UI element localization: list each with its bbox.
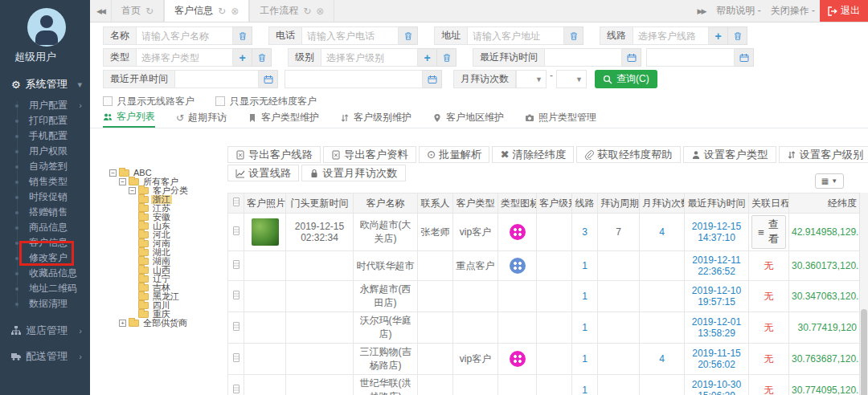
logout-button[interactable]: 退出 xyxy=(820,0,868,22)
calendar-icon[interactable] xyxy=(259,70,278,88)
sidebar-item-time-promo[interactable]: 时段促销 xyxy=(0,189,90,205)
col-type-icon[interactable]: 类型图标 xyxy=(498,193,537,214)
clear-name-trash-icon[interactable] xyxy=(233,26,252,45)
export-customers-button[interactable]: 导出客户资料 xyxy=(323,146,416,163)
close-operations-link[interactable]: 关闭操作 - xyxy=(766,0,820,22)
type-input[interactable] xyxy=(137,48,233,67)
view-schedule-button[interactable]: ≡查看 xyxy=(751,215,786,249)
last-visit-from-input[interactable] xyxy=(545,48,622,67)
row-detail-icon[interactable] xyxy=(233,226,240,235)
sidebar-item-edit-customer[interactable]: 修改客户 xyxy=(0,250,90,266)
sidebar-item-auto-checkin[interactable]: 自动签到 xyxy=(0,159,90,174)
export-routes-button[interactable]: 导出客户线路 xyxy=(227,146,321,163)
sidebar-section-patrol[interactable]: 巡店管理 › xyxy=(0,318,90,344)
monthly-visits-min-select[interactable]: ▼ xyxy=(516,70,547,88)
refresh-icon[interactable]: ↻ xyxy=(303,6,311,17)
clear-level-trash-icon[interactable] xyxy=(437,48,457,67)
last-visit-link[interactable]: 2019-10-30 15:06:29 xyxy=(692,379,741,395)
query-button[interactable]: 查询(C) xyxy=(595,70,657,88)
column-chooser-button[interactable]: ▦▼ xyxy=(815,173,844,189)
last-order-to-input[interactable] xyxy=(285,70,423,88)
clear-phone-trash-icon[interactable] xyxy=(399,26,418,45)
clear-type-trash-icon[interactable] xyxy=(252,48,272,67)
tree-expander-icon[interactable]: + xyxy=(119,320,126,327)
window-tab-workflow[interactable]: 工作流程 ↻ ⊗ xyxy=(249,0,334,22)
refresh-icon[interactable]: ↻ xyxy=(218,6,226,17)
calendar-icon[interactable] xyxy=(735,48,754,67)
line-link[interactable]: 1 xyxy=(582,291,588,302)
phone-input[interactable] xyxy=(302,26,399,45)
tree-node[interactable]: +全部供货商 xyxy=(109,319,230,328)
sidebar-item-customer-info[interactable]: 客户信息 xyxy=(0,235,90,250)
checkbox-icon[interactable] xyxy=(103,96,113,106)
window-tab-home[interactable]: 首页 ↻ xyxy=(111,0,164,22)
table-scrollbar[interactable] xyxy=(859,193,868,395)
last-visit-link[interactable]: 2019-12-11 22:36:52 xyxy=(692,255,741,277)
sidebar-item-address-qrcode[interactable]: 地址二维码 xyxy=(0,281,90,296)
checkbox-icon[interactable] xyxy=(215,96,225,106)
line-link[interactable]: 3 xyxy=(582,226,588,238)
address-input[interactable] xyxy=(468,26,564,45)
last-visit-link[interactable]: 2019-12-10 19:57:15 xyxy=(692,285,741,307)
collapse-tabs-icon[interactable]: ◀◀ xyxy=(90,0,111,22)
user-avatar[interactable] xyxy=(27,8,66,47)
sidebar-item-data-cleanup[interactable]: 数据清理 xyxy=(0,296,90,312)
add-route-icon[interactable]: + xyxy=(709,26,728,45)
checkbox-no-route[interactable]: 只显示无线路客户 xyxy=(103,95,194,108)
tree-expander-icon[interactable]: − xyxy=(129,187,136,194)
clear-route-trash-icon[interactable] xyxy=(728,26,747,45)
set-customer-type-button[interactable]: 设置客户类型 xyxy=(683,146,776,163)
line-link[interactable]: 1 xyxy=(582,385,588,395)
set-monthly-visits-button[interactable]: 设置月拜访次数 xyxy=(301,165,405,181)
col-door-time[interactable]: 门头更新时间 xyxy=(286,193,354,214)
name-input[interactable] xyxy=(137,26,233,45)
help-link[interactable]: 帮助说明 - xyxy=(711,0,765,22)
sidebar-item-sales-type[interactable]: 销售类型 xyxy=(0,174,90,189)
col-name[interactable]: 客户名称 xyxy=(354,193,418,214)
monthly-link[interactable]: 4 xyxy=(659,226,665,238)
clear-address-trash-icon[interactable] xyxy=(564,26,583,45)
row-detail-icon[interactable] xyxy=(233,291,240,299)
row-detail-icon[interactable] xyxy=(233,322,240,331)
col-line[interactable]: 线路 xyxy=(572,193,598,214)
checkbox-no-coords[interactable]: 只显示无经纬度客户 xyxy=(215,95,317,108)
refresh-icon[interactable]: ↻ xyxy=(145,6,154,17)
tree-expander-icon[interactable]: − xyxy=(109,169,117,177)
sidebar-item-product-info[interactable]: 商品信息 xyxy=(0,220,90,235)
col-type[interactable]: 客户类型 xyxy=(453,193,498,214)
last-visit-link[interactable]: 2019-12-01 13:58:29 xyxy=(692,316,741,339)
line-link[interactable]: 1 xyxy=(582,353,588,364)
line-link[interactable]: 1 xyxy=(582,260,588,271)
coords-help-button[interactable]: 获取经纬度帮助 xyxy=(576,146,680,163)
expand-tabs-icon[interactable]: ▶▶ xyxy=(690,0,711,22)
sidebar-section-delivery[interactable]: 配送管理 › xyxy=(0,344,90,369)
close-icon[interactable]: ⊗ xyxy=(316,6,324,17)
last-visit-link[interactable]: 2019-12-15 14:37:10 xyxy=(692,221,741,243)
col-last-visit[interactable]: 最近拜访时间 xyxy=(685,193,749,214)
batch-parse-button[interactable]: ⊙批量解析 xyxy=(419,146,489,163)
col-schedule[interactable]: 关联日程 xyxy=(749,193,789,214)
last-visit-to-input[interactable] xyxy=(646,48,735,67)
last-order-from-input[interactable] xyxy=(175,70,259,88)
calendar-icon[interactable] xyxy=(622,48,641,67)
set-customer-level-button[interactable]: 设置客户级别 xyxy=(779,146,868,163)
col-contact[interactable]: 联系人 xyxy=(418,193,453,214)
customer-photo[interactable] xyxy=(252,218,279,246)
row-detail-icon[interactable] xyxy=(233,260,240,269)
last-visit-link[interactable]: 2019-11-15 20:56:02 xyxy=(692,348,741,370)
sidebar-item-print-config[interactable]: 打印配置 xyxy=(0,113,90,128)
clear-coords-button[interactable]: ✖清除经纬度 xyxy=(492,146,574,163)
add-type-icon[interactable]: + xyxy=(233,48,252,67)
row-detail-icon[interactable] xyxy=(233,353,240,362)
scrollbar-thumb[interactable] xyxy=(861,309,867,395)
col-monthly[interactable]: 月拜访次数 xyxy=(640,193,685,214)
sidebar-item-phone-config[interactable]: 手机配置 xyxy=(0,128,90,144)
window-tab-customer-info[interactable]: 客户信息 ↻ ⊗ xyxy=(164,0,249,22)
sidebar-section-system[interactable]: ⚙ 系统管理 ▾ xyxy=(0,72,90,96)
monthly-link[interactable]: 4 xyxy=(659,353,665,364)
route-input[interactable] xyxy=(633,26,709,45)
sidebar-item-bundle-sales[interactable]: 搭赠销售 xyxy=(0,205,90,220)
sidebar-item-user-config[interactable]: 用户配置 › xyxy=(0,98,90,113)
close-icon[interactable]: ⊗ xyxy=(231,6,239,17)
tree-expander-icon[interactable]: − xyxy=(119,178,126,185)
